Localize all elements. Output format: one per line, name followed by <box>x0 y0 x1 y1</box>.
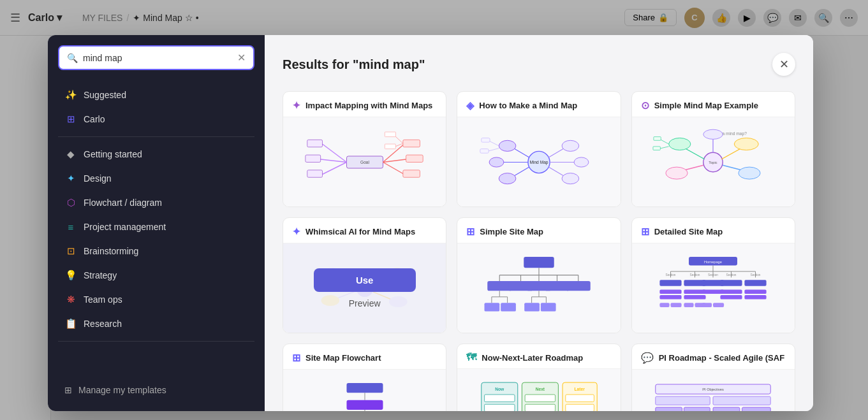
template-card-whimsical-ai[interactable]: ✦ Whimsical AI for Mind Maps <box>283 217 446 333</box>
flowchart-svg <box>304 378 425 412</box>
svg-line-4 <box>322 162 346 174</box>
template-card-how-to[interactable]: ◈ How to Make a Mind Map Mind Map <box>457 91 621 207</box>
svg-rect-157 <box>684 407 710 411</box>
card-header: ◈ How to Make a Mind Map <box>457 92 620 117</box>
svg-point-31 <box>562 173 579 184</box>
svg-text:Section: Section <box>751 273 761 276</box>
search-bar: 🔍 ✕ <box>58 45 254 70</box>
sidebar-item-carlo[interactable]: ⊞ Carlo <box>58 107 254 131</box>
svg-rect-107 <box>721 280 742 286</box>
card-header: 💬 PI Roadmap - Scaled Agile (SAF <box>632 344 795 370</box>
sidebar-item-strategy[interactable]: 💡 Strategy <box>58 263 254 287</box>
ai-use-button[interactable]: Use <box>314 268 416 292</box>
svg-line-33 <box>487 148 499 151</box>
template-card-detailed-sitemap[interactable]: ⊞ Detailed Site Map Homepage <box>631 217 795 333</box>
svg-rect-13 <box>403 170 420 177</box>
sidebar-item-label: Carlo <box>84 114 105 124</box>
svg-rect-123 <box>713 303 724 307</box>
results-header: Results for "mind map" ✕ <box>283 53 795 76</box>
close-button[interactable]: ✕ <box>772 53 795 76</box>
roadmap-svg: Now Next Later <box>478 377 600 412</box>
research-icon: 📋 <box>64 317 77 330</box>
svg-rect-82 <box>501 303 516 311</box>
svg-point-45 <box>666 167 688 179</box>
svg-text:Section: Section <box>708 273 718 276</box>
svg-rect-148 <box>525 395 555 402</box>
svg-point-46 <box>735 138 759 150</box>
ai-preview-button[interactable]: Preview <box>349 298 381 308</box>
card-preview <box>457 243 620 333</box>
card-title: Simple Mind Map Example <box>654 101 758 110</box>
card-icon: ⊙ <box>641 99 649 112</box>
sidebar-item-getting-started[interactable]: ◆ Getting started <box>58 142 254 166</box>
manage-templates-link[interactable]: ⊞ Manage my templates <box>58 379 254 401</box>
svg-rect-156 <box>656 407 682 411</box>
clear-search-button[interactable]: ✕ <box>237 52 246 64</box>
svg-rect-117 <box>745 294 767 299</box>
sidebar-item-team-ops[interactable]: ❋ Team ops <box>58 287 254 312</box>
team-ops-icon: ❋ <box>64 293 77 306</box>
svg-rect-81 <box>484 303 499 311</box>
flowchart-icon: ⬡ <box>64 196 77 209</box>
svg-rect-122 <box>702 303 712 307</box>
svg-rect-159 <box>742 407 771 411</box>
sidebar-item-label: Getting started <box>84 149 142 159</box>
svg-point-28 <box>499 173 516 184</box>
sitemap-detailed-svg: Homepage Section Section Section Se <box>652 252 774 325</box>
card-preview: What is a mind map? Topic <box>632 117 795 206</box>
svg-rect-126 <box>346 400 383 409</box>
template-card-impact-mapping[interactable]: ✦ Impact Mapping with Mind Maps Goal <box>283 91 446 207</box>
template-card-roadmap[interactable]: 🗺 Now-Next-Later Roadmap Now Next Later <box>457 344 621 411</box>
svg-line-32 <box>489 141 499 146</box>
results-title: Results for "mind map" <box>283 57 425 72</box>
sidebar-item-flowchart[interactable]: ⬡ Flowchart / diagram <box>58 191 254 215</box>
svg-rect-35 <box>480 148 489 153</box>
svg-point-27 <box>489 157 504 166</box>
svg-rect-74 <box>545 281 569 291</box>
sidebar-item-research[interactable]: 📋 Research <box>58 312 254 336</box>
card-icon: 🗺 <box>466 352 476 363</box>
svg-rect-52 <box>653 146 660 150</box>
suggested-icon: ✨ <box>64 89 77 101</box>
svg-point-48 <box>703 129 723 139</box>
svg-rect-145 <box>484 395 515 402</box>
svg-text:Section: Section <box>666 273 676 276</box>
search-input[interactable] <box>83 53 232 63</box>
sidebar-item-brainstorming[interactable]: ⊡ Brainstorming <box>58 239 254 263</box>
svg-rect-115 <box>721 294 742 299</box>
svg-rect-12 <box>406 155 423 162</box>
svg-rect-34 <box>482 138 490 142</box>
svg-text:Section: Section <box>726 273 737 276</box>
svg-rect-112 <box>684 294 706 299</box>
sidebar-item-label: Flowchart / diagram <box>84 198 162 208</box>
svg-text:Homepage: Homepage <box>704 259 722 263</box>
template-card-simple-mindmap[interactable]: ⊙ Simple Mind Map Example What is a mind… <box>631 91 795 207</box>
card-icon: ⊞ <box>466 226 474 238</box>
template-card-sitemap-flowchart[interactable]: ⊞ Site Map Flowchart <box>283 344 446 411</box>
svg-rect-124 <box>346 383 383 393</box>
sitemap-simple-svg <box>478 252 600 325</box>
card-preview: Use Preview <box>283 243 446 333</box>
left-panel: 🔍 ✕ ✨ Suggested ⊞ Carlo ◆ Getting starte… <box>48 35 265 411</box>
svg-text:Mind Map: Mind Map <box>529 160 548 165</box>
svg-rect-7 <box>307 170 322 177</box>
svg-rect-119 <box>671 303 682 307</box>
sidebar-item-label: Suggested <box>84 90 126 100</box>
sidebar-item-design[interactable]: ✦ Design <box>58 166 254 191</box>
svg-rect-88 <box>524 303 540 311</box>
svg-rect-114 <box>721 289 742 294</box>
card-header: 🗺 Now-Next-Later Roadmap <box>457 344 620 369</box>
sidebar-item-suggested[interactable]: ✨ Suggested <box>58 83 254 107</box>
svg-rect-151 <box>566 404 594 411</box>
svg-rect-16 <box>385 132 395 137</box>
strategy-icon: 💡 <box>64 269 77 282</box>
svg-text:Next: Next <box>536 387 545 391</box>
card-title: PI Roadmap - Scaled Agile (SAF <box>659 353 784 363</box>
template-card-simple-sitemap[interactable]: ⊞ Simple Site Map <box>457 217 621 333</box>
manage-label: Manage my templates <box>78 385 166 395</box>
template-card-pi-roadmap[interactable]: 💬 PI Roadmap - Scaled Agile (SAF PI Obje… <box>631 344 795 411</box>
card-icon: 💬 <box>641 352 654 364</box>
sidebar-item-project[interactable]: ≡ Project management <box>58 215 254 239</box>
svg-rect-158 <box>713 407 740 411</box>
carlo-icon: ⊞ <box>64 113 77 126</box>
